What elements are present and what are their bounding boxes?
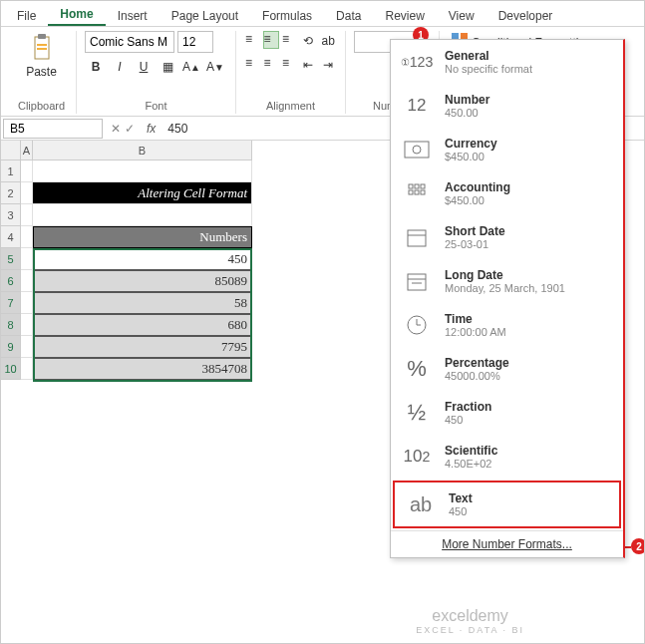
format-sample: 25-03-01 bbox=[445, 238, 613, 250]
row-header[interactable]: 3 bbox=[1, 204, 21, 226]
svg-point-9 bbox=[413, 146, 421, 154]
font-size-select[interactable] bbox=[177, 31, 213, 53]
cell[interactable] bbox=[21, 226, 33, 248]
underline-button[interactable]: U bbox=[133, 57, 155, 77]
paste-button[interactable]: Paste bbox=[15, 31, 68, 79]
format-sample: 450.00 bbox=[445, 107, 613, 119]
font-decrease-button[interactable]: A▼ bbox=[204, 57, 226, 77]
cell[interactable] bbox=[21, 292, 33, 314]
select-all-corner[interactable] bbox=[1, 141, 21, 161]
data-cell[interactable]: 7795 bbox=[33, 336, 252, 358]
clipboard-label: Clipboard bbox=[15, 100, 68, 114]
data-cell[interactable]: 450 bbox=[33, 248, 252, 270]
orientation-button[interactable]: ⟲ bbox=[300, 31, 318, 51]
col-header[interactable]: A bbox=[21, 141, 33, 161]
tab-home[interactable]: Home bbox=[48, 3, 105, 26]
tab-insert[interactable]: Insert bbox=[106, 5, 160, 26]
format-number[interactable]: 12Number450.00 bbox=[391, 84, 623, 128]
data-cell[interactable]: 58 bbox=[33, 292, 252, 314]
italic-button[interactable]: I bbox=[109, 57, 131, 77]
ribbon-alignment: ≡ ≡ ≡ ⟲ ab ≡ ≡ ≡ ⇤ ⇥ Alignment bbox=[236, 31, 346, 114]
bold-button[interactable]: B bbox=[85, 57, 107, 77]
tab-view[interactable]: View bbox=[437, 5, 486, 26]
cell[interactable] bbox=[21, 248, 33, 270]
align-top-button[interactable]: ≡ bbox=[244, 31, 261, 49]
format-sample: 450 bbox=[445, 414, 613, 426]
align-right-button[interactable]: ≡ bbox=[281, 55, 298, 73]
svg-rect-11 bbox=[415, 184, 419, 188]
row-header[interactable]: 8 bbox=[1, 314, 21, 336]
fraction-icon: ½ bbox=[401, 399, 433, 427]
row-header[interactable]: 6 bbox=[1, 270, 21, 292]
cell[interactable] bbox=[21, 161, 33, 182]
fx-icon[interactable]: fx bbox=[141, 122, 161, 136]
cell[interactable] bbox=[21, 336, 33, 358]
format-long-date[interactable]: Long DateMonday, 25 March, 1901 bbox=[391, 259, 623, 303]
wrap-text-button[interactable]: ab bbox=[319, 31, 337, 51]
format-fraction[interactable]: ½Fraction450 bbox=[391, 391, 623, 435]
indent-inc-button[interactable]: ⇥ bbox=[319, 55, 337, 75]
row-header[interactable]: 1 bbox=[1, 161, 21, 182]
format-sample: 4.50E+02 bbox=[445, 458, 613, 470]
cell[interactable] bbox=[21, 182, 33, 204]
watermark: exceldemy EXCEL · DATA · BI bbox=[416, 607, 524, 635]
align-left-button[interactable]: ≡ bbox=[244, 55, 261, 73]
tab-data[interactable]: Data bbox=[324, 5, 373, 26]
name-box[interactable] bbox=[3, 119, 103, 139]
format-scientific[interactable]: 102Scientific4.50E+02 bbox=[391, 435, 623, 479]
tab-developer[interactable]: Developer bbox=[486, 5, 565, 26]
format-general[interactable]: ①123GeneralNo specific format bbox=[391, 40, 623, 84]
format-percentage[interactable]: %Percentage45000.00% bbox=[391, 347, 623, 391]
data-cell[interactable]: 3854708 bbox=[33, 358, 252, 380]
data-cell[interactable]: 680 bbox=[33, 314, 252, 336]
format-accounting[interactable]: Accounting $450.00 bbox=[391, 171, 623, 215]
row-header[interactable]: 5 bbox=[1, 248, 21, 270]
cell[interactable] bbox=[21, 270, 33, 292]
format-currency[interactable]: Currency$450.00 bbox=[391, 128, 623, 171]
format-title: Percentage bbox=[445, 356, 613, 370]
align-bottom-button[interactable]: ≡ bbox=[281, 31, 298, 49]
row-header[interactable]: 10 bbox=[1, 358, 21, 380]
data-cell[interactable]: 85089 bbox=[33, 270, 252, 292]
title-cell[interactable]: Altering Cell Format bbox=[33, 182, 252, 204]
tab-file[interactable]: File bbox=[5, 5, 48, 26]
col-header[interactable]: B bbox=[33, 141, 252, 161]
format-time[interactable]: Time12:00:00 AM bbox=[391, 303, 623, 347]
border-button[interactable]: ▦ bbox=[157, 57, 178, 77]
svg-rect-2 bbox=[37, 44, 47, 46]
row-header[interactable]: 7 bbox=[1, 292, 21, 314]
format-short-date[interactable]: Short Date25-03-01 bbox=[391, 215, 623, 259]
cancel-icon[interactable]: ✕ bbox=[111, 122, 121, 136]
ribbon-font: B I U ▦ A▲ A▼ Font bbox=[77, 31, 236, 114]
cell[interactable] bbox=[21, 314, 33, 336]
tab-formulas[interactable]: Formulas bbox=[250, 5, 324, 26]
more-number-formats[interactable]: More Number Formats... bbox=[391, 530, 623, 557]
font-name-select[interactable] bbox=[85, 31, 174, 53]
enter-icon[interactable]: ✓ bbox=[125, 122, 135, 136]
clipboard-icon bbox=[28, 31, 56, 65]
general-icon: ①123 bbox=[401, 48, 433, 76]
text-icon: ab bbox=[405, 490, 437, 518]
row-header[interactable]: 9 bbox=[1, 336, 21, 358]
cell[interactable] bbox=[33, 204, 252, 226]
svg-rect-12 bbox=[421, 184, 425, 188]
font-increase-button[interactable]: A▲ bbox=[180, 57, 202, 77]
tab-review[interactable]: Review bbox=[373, 5, 436, 26]
format-title: Number bbox=[445, 93, 613, 107]
number-icon: 12 bbox=[401, 92, 433, 120]
cell[interactable] bbox=[21, 204, 33, 226]
scientific-icon: 102 bbox=[401, 443, 433, 471]
calendar-icon bbox=[401, 267, 433, 295]
cell[interactable] bbox=[21, 358, 33, 380]
format-title: Scientific bbox=[445, 444, 613, 458]
row-header[interactable]: 4 bbox=[1, 226, 21, 248]
svg-rect-8 bbox=[405, 142, 429, 158]
cell[interactable] bbox=[33, 161, 252, 182]
row-header[interactable]: 2 bbox=[1, 182, 21, 204]
align-middle-button[interactable]: ≡ bbox=[263, 31, 280, 49]
align-center-button[interactable]: ≡ bbox=[263, 55, 280, 73]
indent-dec-button[interactable]: ⇤ bbox=[300, 55, 318, 75]
header-cell[interactable]: Numbers bbox=[33, 226, 252, 248]
format-text[interactable]: abText450 bbox=[393, 481, 621, 528]
tab-page-layout[interactable]: Page Layout bbox=[160, 5, 250, 26]
